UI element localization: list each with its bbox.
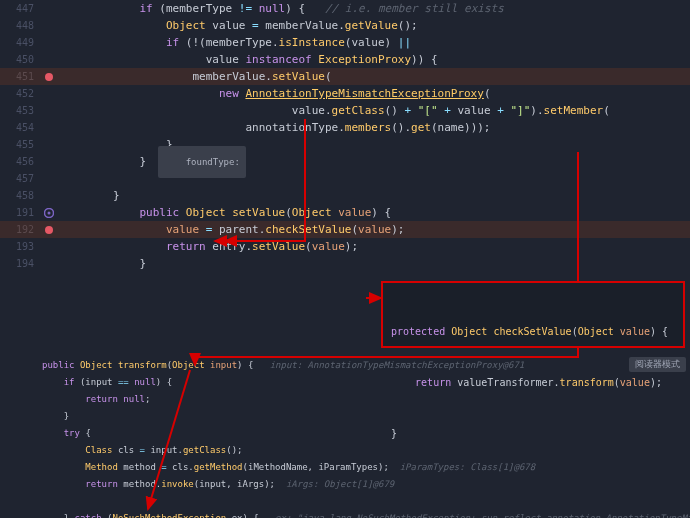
code-line[interactable]: } [0, 409, 690, 426]
token: ). [530, 104, 543, 117]
token: parent. [219, 223, 265, 236]
code-text: Object value = memberValue.getValue(); [56, 17, 690, 34]
token: setMember [544, 104, 604, 117]
code-line[interactable]: 447 if (memberType != null) { // i.e. me… [0, 0, 690, 17]
code-line[interactable]: 458 } [0, 187, 690, 204]
token: public [42, 360, 80, 370]
gutter-spacer [42, 102, 56, 119]
param-hint: foundType: [158, 146, 246, 178]
token: Object [186, 206, 232, 219]
code-line[interactable]: 450 value instanceof ExceptionProxy)) { [0, 51, 690, 68]
token: iArgs: Object[1]@679 [286, 479, 394, 489]
code-block-top[interactable]: 447 if (memberType != null) { // i.e. me… [0, 0, 690, 272]
code-line[interactable]: 193 return entry.setValue(value); [0, 238, 690, 255]
line-number[interactable]: 458 [0, 187, 42, 204]
hover-popup[interactable]: protected Object checkSetValue(Object va… [381, 281, 685, 348]
token: public [139, 206, 185, 219]
code-line[interactable]: 453 value.getClass() + "[" + value + "]"… [0, 102, 690, 119]
code-block-bottom[interactable]: public Object transform(Object input) { … [0, 358, 690, 518]
line-number[interactable]: 448 [0, 17, 42, 34]
code-text: } catch (NoSuchMethodException ex) { ex:… [38, 511, 690, 518]
code-editor[interactable]: 447 if (memberType != null) { // i.e. me… [0, 0, 690, 518]
code-text: public Object transform(Object input) { … [38, 358, 690, 373]
token: value [358, 223, 391, 236]
code-line[interactable]: return method.invoke(input, iArgs); iArg… [0, 477, 690, 494]
line-number[interactable]: 450 [0, 51, 42, 68]
line-number[interactable]: 449 [0, 34, 42, 51]
token: catch [75, 513, 108, 518]
line-number[interactable]: 456 [0, 153, 42, 170]
token: memberValue. [192, 70, 271, 83]
line-number[interactable]: 452 [0, 85, 42, 102]
token: "]" [510, 104, 530, 117]
svg-point-2 [48, 211, 51, 214]
token: invoke [161, 479, 194, 489]
code-line[interactable]: Method method = cls.getMethod(iMethodNam… [0, 460, 690, 477]
code-text: memberValue.setValue( [56, 68, 690, 85]
token: checkSetValue [493, 326, 571, 337]
code-line[interactable]: Class cls = input.getClass(); [0, 443, 690, 460]
code-line[interactable]: } catch (NoSuchMethodException ex) { ex:… [0, 511, 690, 518]
breakpoint-icon[interactable] [42, 68, 56, 85]
gutter-spacer [42, 255, 56, 272]
token: value [312, 240, 345, 253]
line-number[interactable]: 191 [0, 204, 42, 221]
code-line[interactable]: try { [0, 426, 690, 443]
line-number[interactable]: 192 [0, 221, 42, 238]
code-line[interactable]: 192 value = parent.checkSetValue(value); [0, 221, 690, 238]
line-number[interactable]: 447 [0, 0, 42, 17]
token: ( [285, 206, 292, 219]
code-text: value.getClass() + "[" + value + "]").se… [56, 102, 690, 119]
token: get [411, 121, 431, 134]
code-line[interactable]: 451 memberValue.setValue( [0, 68, 690, 85]
code-line[interactable]: 452 new AnnotationTypeMismatchExceptionP… [0, 85, 690, 102]
line-number[interactable]: 457 [0, 170, 42, 187]
token: } [64, 513, 75, 518]
token: ( [325, 70, 332, 83]
code-line[interactable]: 449 if (!(memberType.isInstance(value) |… [0, 34, 690, 51]
code-text: } [56, 187, 690, 204]
line-number[interactable]: 455 [0, 136, 42, 153]
token: ( [305, 240, 312, 253]
token: Object [451, 326, 493, 337]
debug-run-icon[interactable] [42, 204, 56, 221]
svg-point-3 [45, 226, 53, 234]
code-text: new AnnotationTypeMismatchExceptionProxy… [56, 85, 690, 102]
token: || [398, 36, 411, 49]
code-line[interactable]: public Object transform(Object input) { … [0, 358, 690, 375]
code-line[interactable] [0, 494, 690, 511]
token: + [497, 104, 510, 117]
token: return [85, 394, 123, 404]
line-number[interactable]: 453 [0, 102, 42, 119]
token: = [140, 445, 151, 455]
token: value [212, 19, 252, 32]
breakpoint-icon[interactable] [42, 221, 56, 238]
line-number[interactable]: 194 [0, 255, 42, 272]
code-line[interactable]: 457 [0, 170, 690, 187]
token: value. [292, 104, 332, 117]
gutter-spacer [42, 170, 56, 187]
code-line[interactable]: 454 annotationType.members().get(name)))… [0, 119, 690, 136]
token: ) { [156, 377, 172, 387]
token: Class [85, 445, 118, 455]
code-line[interactable]: 448 Object value = memberValue.getValue(… [0, 17, 690, 34]
line-number[interactable]: 454 [0, 119, 42, 136]
code-line[interactable]: 456 } [0, 153, 690, 170]
token: iParamTypes: Class[1]@678 [400, 462, 535, 472]
code-text: if (!(memberType.isInstance(value) || [56, 34, 690, 51]
code-line[interactable]: 194 } [0, 255, 690, 272]
code-text: value instanceof ExceptionProxy)) { [56, 51, 690, 68]
token: } [139, 257, 146, 270]
token: members [345, 121, 391, 134]
token: Object [80, 360, 118, 370]
code-line[interactable]: if (input == null) { [0, 375, 690, 392]
code-line[interactable]: return null; [0, 392, 690, 409]
token: ); [391, 223, 404, 236]
line-number[interactable]: 193 [0, 238, 42, 255]
svg-point-0 [45, 73, 53, 81]
code-line[interactable]: 191 public Object setValue(Object value)… [0, 204, 690, 221]
line-number[interactable]: 451 [0, 68, 42, 85]
token: value [166, 223, 206, 236]
gutter-spacer [28, 511, 38, 518]
code-line[interactable]: 455 } [0, 136, 690, 153]
